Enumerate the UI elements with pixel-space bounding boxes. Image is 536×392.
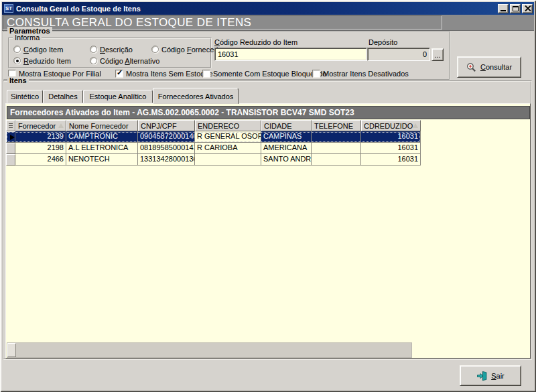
checkbox-icon xyxy=(312,70,320,78)
cell-cidade[interactable]: CAMPINAS xyxy=(261,131,312,143)
consultar-button-label: Consultar xyxy=(480,63,512,71)
tab-sintetico[interactable]: Sintético xyxy=(7,90,43,103)
table-row[interactable]: 2139 CAMPTRONIC 09045872000140 R GENERAL… xyxy=(6,131,421,143)
checkbox-somente-estoque-bloqueado[interactable]: Somente Com Estoque Bloqueado xyxy=(202,69,326,78)
column-header-cdreduzido[interactable]: CDREDUZIDO xyxy=(361,120,421,131)
deposito-input[interactable] xyxy=(367,48,430,61)
maximize-button[interactable] xyxy=(510,4,521,13)
sair-button-label: Sair xyxy=(491,372,505,380)
checkbox-label: Mostrar Itens Desativados xyxy=(323,70,409,78)
minimize-button[interactable] xyxy=(498,4,509,13)
column-header-nome-fornecedor[interactable]: Nome Fornecedor xyxy=(66,120,138,131)
deposito-browse-button[interactable]: ... xyxy=(431,48,444,61)
column-label: Fornecedor xyxy=(18,122,56,130)
informa-group-label: Informa xyxy=(13,34,42,42)
cell-cnpj-cpf[interactable]: 08189585000141 xyxy=(138,143,195,154)
minimize-icon xyxy=(500,10,506,11)
tab-label: Detalhes xyxy=(48,92,77,101)
page-title: CONSULTA GERAL DO ESTOQUE DE ITENS xyxy=(3,15,442,29)
window-controls xyxy=(498,4,533,13)
table-row[interactable]: 2198 A.L ELETRONICA 08189585000141 R CAR… xyxy=(6,143,421,154)
cell-nome-fornecedor[interactable]: CAMPTRONIC xyxy=(66,131,138,143)
table-row[interactable]: 2466 NENOTECH 13313428000136 SANTO ANDRE… xyxy=(6,154,421,166)
cell-cdreduzido[interactable]: 16031 xyxy=(361,154,421,166)
sort-up-icon xyxy=(58,123,64,128)
checkbox-mostra-itens-sem-estoque[interactable]: Mostra Itens Sem Estoque xyxy=(115,69,213,78)
checkbox-checked-icon xyxy=(115,70,123,78)
scrollbar-thumb[interactable] xyxy=(7,343,16,357)
tab-label: Sintético xyxy=(11,92,39,101)
item-info-bar: Fornecedores Ativados do Item - AG.MS.00… xyxy=(7,106,530,119)
checkbox-label: Mostra Itens Sem Estoque xyxy=(126,70,213,78)
cell-cnpj-cpf[interactable]: 13313428000136 xyxy=(138,154,195,166)
cell-endereco[interactable]: R CARIOBA xyxy=(195,143,261,154)
window-title: Consulta Geral do Estoque de Itens xyxy=(16,5,498,13)
radio-codigo-fornecedor[interactable]: Código Fornecedor xyxy=(151,45,224,54)
radio-icon xyxy=(151,46,159,53)
tab-label: Fornecedores Ativados xyxy=(158,92,234,101)
column-header-cnpj-cpf[interactable]: CNPJ/CPF xyxy=(138,120,195,131)
column-header-telefone[interactable]: TELEFONE xyxy=(312,120,361,131)
tab-detalhes[interactable]: Detalhes xyxy=(43,90,83,103)
codigo-reduzido-input[interactable] xyxy=(214,48,367,61)
column-header-fornecedor[interactable]: Fornecedor xyxy=(15,120,66,131)
consultar-button[interactable]: Consultar xyxy=(457,56,521,78)
column-label: Nome Fornecedor xyxy=(69,122,129,130)
tab-estoque-analitico[interactable]: Estoque Analítico xyxy=(83,90,153,103)
radio-selected-icon xyxy=(13,57,21,64)
grid-horizontal-scrollbar[interactable] xyxy=(7,342,412,358)
grid-header-row: Fornecedor Nome Fornecedor CNPJ/CPF ENDE… xyxy=(6,120,421,131)
radio-label: Reduzido Item xyxy=(23,57,71,65)
column-label: CNPJ/CPF xyxy=(141,122,177,130)
column-label: TELEFONE xyxy=(314,122,353,130)
radio-descricao[interactable]: Descrição xyxy=(90,45,133,54)
cell-nome-fornecedor[interactable]: A.L ELETRONICA xyxy=(66,143,138,154)
sair-button[interactable]: Sair xyxy=(460,365,521,386)
radio-codigo-item[interactable]: Código Item xyxy=(13,45,63,54)
radio-icon xyxy=(13,46,21,53)
app-icon: ST xyxy=(4,4,13,13)
parametros-group: Parametros Informa Código Item Descrição… xyxy=(3,31,450,80)
row-arrow-icon xyxy=(10,135,15,140)
cell-cidade[interactable]: SANTO ANDRE xyxy=(261,154,312,166)
informa-group: Informa Código Item Descrição Código For… xyxy=(8,38,212,68)
cell-fornecedor[interactable]: 2198 xyxy=(15,143,66,154)
cell-fornecedor[interactable]: 2466 xyxy=(15,154,66,166)
checkbox-icon xyxy=(202,70,210,78)
grid-menu-icon xyxy=(9,123,13,129)
exit-door-icon xyxy=(476,371,488,381)
cell-cdreduzido[interactable]: 16031 xyxy=(361,131,421,143)
cell-cidade[interactable]: AMERICANA xyxy=(261,143,312,154)
title-bar[interactable]: ST Consulta Geral do Estoque de Itens xyxy=(2,2,534,15)
itens-group-label: Itens xyxy=(7,76,29,85)
cell-telefone[interactable] xyxy=(312,154,361,166)
app-window: ST Consulta Geral do Estoque de Itens CO… xyxy=(0,0,536,392)
codigo-reduzido-label: Código Reduzido do Item xyxy=(214,38,297,46)
tab-fornecedores-ativados[interactable]: Fornecedores Ativados xyxy=(153,88,239,104)
magnifier-zoom-icon xyxy=(466,62,477,72)
cell-cdreduzido[interactable]: 16031 xyxy=(361,143,421,154)
column-header-cidade[interactable]: CIDADE xyxy=(261,120,312,131)
radio-icon xyxy=(90,57,97,64)
close-icon xyxy=(525,5,531,11)
column-header-endereco[interactable]: ENDERECO xyxy=(195,120,261,131)
cell-endereco[interactable] xyxy=(195,154,261,166)
radio-label: Código Item xyxy=(23,46,63,54)
radio-label: Código Alternativo xyxy=(100,57,159,65)
cell-endereco-focused[interactable]: R GENERAL OSORIO xyxy=(195,131,261,143)
radio-codigo-alternativo[interactable]: Código Alternativo xyxy=(90,56,159,65)
cell-cnpj-cpf[interactable]: 09045872000140 xyxy=(138,131,195,143)
checkbox-label: Somente Com Estoque Bloqueado xyxy=(213,70,326,78)
close-button[interactable] xyxy=(522,4,533,13)
cell-telefone[interactable] xyxy=(312,131,361,143)
sort-up-icon xyxy=(413,123,418,128)
deposito-label: Depósito xyxy=(368,38,397,46)
header-band: CONSULTA GERAL DO ESTOQUE DE ITENS xyxy=(2,15,534,31)
row-indicator xyxy=(6,154,15,166)
checkbox-mostrar-itens-desativados[interactable]: Mostrar Itens Desativados xyxy=(312,69,409,78)
cell-telefone[interactable] xyxy=(312,143,361,154)
grid-corner-header[interactable] xyxy=(6,120,15,131)
cell-nome-fornecedor[interactable]: NENOTECH xyxy=(66,154,138,166)
radio-reduzido-item[interactable]: Reduzido Item xyxy=(13,56,71,65)
cell-fornecedor[interactable]: 2139 xyxy=(15,131,66,143)
